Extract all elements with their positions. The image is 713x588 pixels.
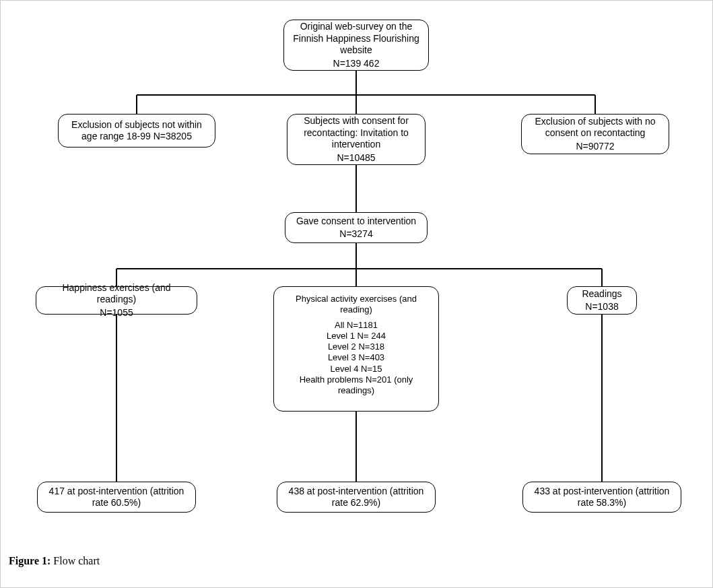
node-arm-readings: Readings N=1038 [567, 286, 637, 315]
text: readings) [338, 385, 374, 396]
text: age range 18-99 N=38205 [81, 131, 192, 143]
text: rate 60.5%) [92, 497, 141, 509]
flowchart-canvas: Original web-survey on the Finnish Happi… [0, 0, 713, 588]
text: Level 4 N=15 [331, 364, 382, 374]
node-exclusion-age: Exclusion of subjects not within age ran… [58, 114, 215, 148]
text: Health problems N=201 (only [300, 374, 413, 385]
text: All N=1181 [335, 320, 378, 331]
text: intervention [332, 139, 380, 151]
text: 417 at post-intervention (attrition [49, 486, 184, 498]
text: Readings [582, 288, 621, 300]
text: Finnish Happiness Flourishing [293, 33, 419, 45]
text: Subjects with consent for [304, 115, 409, 127]
text: Gave consent to intervention [296, 216, 416, 228]
text: reading) [340, 304, 372, 315]
node-post-physical: 438 at post-intervention (attrition rate… [277, 482, 436, 513]
node-root: Original web-survey on the Finnish Happi… [283, 20, 429, 71]
text: rate 62.9%) [332, 497, 380, 509]
text: Exclusion of subjects not within [71, 119, 202, 131]
text: Physical activity exercises (and [296, 294, 417, 304]
text: Exclusion of subjects with no [535, 116, 656, 128]
text: Level 1 N= 244 [327, 331, 386, 341]
node-arm-happiness: Happiness exercises (and readings) N=105… [36, 286, 197, 315]
text: recontacting: Invitation to [304, 127, 409, 139]
figure-text: Flow chart [50, 555, 100, 566]
count: N=90772 [576, 141, 614, 153]
text: Level 2 N=318 [328, 341, 384, 352]
node-post-happiness: 417 at post-intervention (attrition rate… [37, 482, 196, 513]
count: N=1055 [100, 307, 133, 319]
text: 438 at post-intervention (attrition [289, 486, 424, 498]
text: website [340, 44, 372, 57]
node-exclusion-consent: Exclusion of subjects with no consent on… [521, 114, 669, 154]
node-gave-consent: Gave consent to intervention N=3274 [285, 212, 428, 243]
figure-caption: Figure 1: Flow chart [9, 555, 100, 567]
count: N=1038 [585, 301, 618, 313]
figure-label: Figure 1: [9, 555, 50, 566]
node-post-readings: 433 at post-intervention (attrition rate… [522, 482, 681, 513]
node-consent-recontact: Subjects with consent for recontacting: … [287, 114, 426, 165]
text: consent on recontacting [545, 127, 646, 139]
text: Happiness exercises (and readings) [43, 282, 190, 306]
count: N=139 462 [333, 58, 380, 70]
text: 433 at post-intervention (attrition [535, 486, 670, 498]
text: Level 3 N=403 [328, 352, 384, 363]
text: Original web-survey on the [300, 21, 413, 33]
text: rate 58.3%) [578, 497, 626, 509]
node-arm-physical: Physical activity exercises (and reading… [273, 286, 439, 412]
count: N=10485 [337, 152, 375, 164]
count: N=3274 [339, 228, 372, 240]
